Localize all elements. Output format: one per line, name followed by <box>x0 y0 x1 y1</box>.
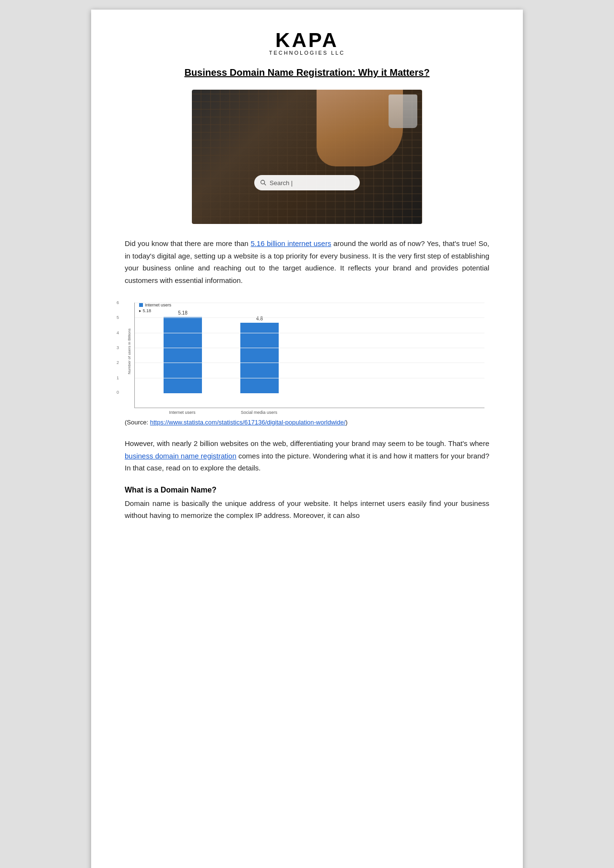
source-suffix: ) <box>345 419 347 426</box>
second-paragraph: However, with nearly 2 billion websites … <box>125 437 489 474</box>
bar2-value: 4.8 <box>256 316 263 321</box>
article-title: Business Domain Name Registration: Why i… <box>125 67 489 78</box>
chart-container: Number of users in Billions Internet use… <box>125 298 489 415</box>
logo-main: KAPA <box>125 29 489 52</box>
x-label-2: Social media users <box>240 410 278 415</box>
second-pre: However, with nearly 2 billion websites … <box>125 439 489 447</box>
x-label-1: Internet users <box>163 410 201 415</box>
intro-paragraph: Did you know that there are more than 5.… <box>125 237 489 286</box>
mug-overlay <box>389 94 417 128</box>
domain-registration-link[interactable]: business domain name registration <box>125 452 236 460</box>
bar-group-1: 5.18 <box>164 310 202 393</box>
bar-group-2: 4.8 <box>240 316 279 393</box>
internet-users-link[interactable]: 5.16 billion internet users <box>251 239 331 247</box>
legend-value: ▸ 5.18 <box>139 308 171 313</box>
chart-legend: Internet users ▸ 5.18 <box>139 303 171 313</box>
search-bar-overlay: Search | <box>254 175 360 190</box>
bar1-value: 5.18 <box>178 310 187 316</box>
bar2 <box>240 323 279 393</box>
search-icon <box>260 179 267 186</box>
bars-area: 5.18 4.8 <box>154 303 484 393</box>
section1-text: Domain name is basically the unique addr… <box>125 497 489 522</box>
legend-label: Internet users <box>145 303 171 307</box>
source-link[interactable]: https://www.statista.com/statistics/6171… <box>150 419 346 426</box>
hero-image-container: Search | <box>125 90 489 224</box>
page: KAPA TECHNOLOGIES LLC Business Domain Na… <box>91 10 523 868</box>
bar1 <box>164 317 202 393</box>
y-axis-title: Number of users in Billions <box>127 328 131 374</box>
source-prefix: (Source: <box>125 419 150 426</box>
source-text: (Source: https://www.statista.com/statis… <box>125 419 489 426</box>
svg-point-0 <box>261 180 265 184</box>
section1-heading: What is a Domain Name? <box>125 486 489 494</box>
hero-image: Search | <box>192 90 422 224</box>
logo-sub: TECHNOLOGIES LLC <box>125 50 489 56</box>
intro-pre: Did you know that there are more than <box>125 239 251 247</box>
logo-container: KAPA TECHNOLOGIES LLC <box>125 29 489 56</box>
legend-dot <box>139 303 143 307</box>
search-text: Search | <box>270 179 293 187</box>
svg-line-1 <box>264 184 266 186</box>
x-axis-labels: Internet users Social media users <box>134 410 484 415</box>
